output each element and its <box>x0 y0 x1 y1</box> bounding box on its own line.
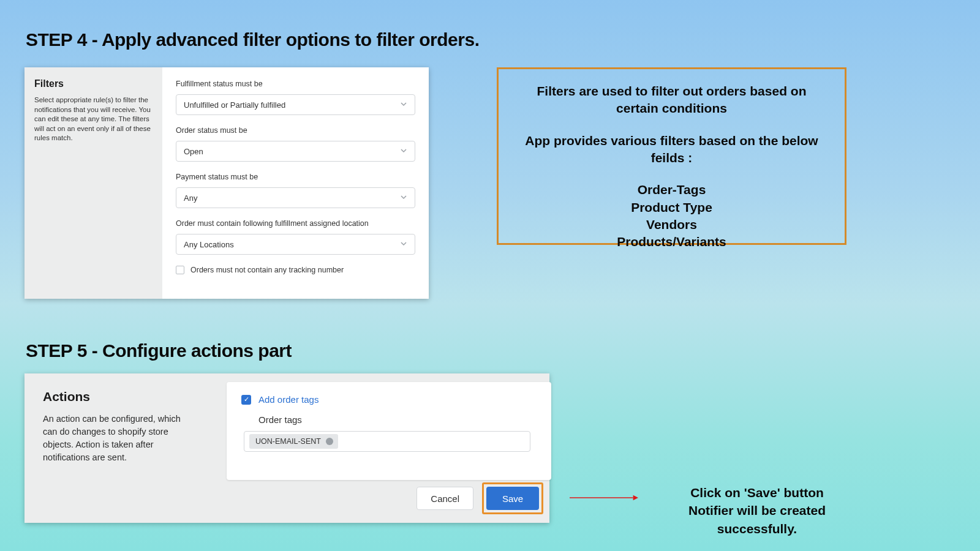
callout-field: Products/Variants <box>513 233 830 250</box>
arrow-icon <box>555 493 653 502</box>
order-status-value: Open <box>184 147 203 156</box>
callout-text: Filters are used to filter out orders ba… <box>513 83 830 100</box>
callout-field: Product Type <box>513 199 830 216</box>
payment-status-value: Any <box>184 193 197 203</box>
cancel-button[interactable]: Cancel <box>417 487 473 510</box>
tag-chip[interactable]: UON-EMAIL-SENT <box>249 434 338 449</box>
order-status-select[interactable]: Open <box>176 141 415 162</box>
callout-text: App provides various filters based on th… <box>513 132 830 167</box>
tag-chip-text: UON-EMAIL-SENT <box>255 437 321 446</box>
order-tags-label: Order tags <box>258 414 537 425</box>
chevron-down-icon <box>400 193 407 203</box>
fulfillment-status-value: Unfulfilled or Partially fulfilled <box>184 100 285 110</box>
callout-text: certain conditions <box>513 100 830 117</box>
location-select[interactable]: Any Locations <box>176 234 415 255</box>
order-status-label: Order status must be <box>176 126 415 135</box>
tracking-checkbox[interactable] <box>176 266 184 274</box>
tracking-checkbox-label: Orders must not contain any tracking num… <box>190 266 344 274</box>
actions-sidebar: Actions An action can be configured, whi… <box>43 389 196 464</box>
add-order-tags-label: Add order tags <box>258 394 318 405</box>
chevron-down-icon <box>400 147 407 156</box>
actions-description: An action can be configured, which can d… <box>43 413 196 464</box>
filters-panel: Filters Select appropriate rule(s) to fi… <box>24 67 429 299</box>
chevron-down-icon <box>400 100 407 110</box>
svg-marker-1 <box>633 495 638 500</box>
check-icon: ✓ <box>244 396 249 403</box>
fulfillment-status-label: Fulfillment status must be <box>176 80 415 88</box>
tracking-checkbox-row: Orders must not contain any tracking num… <box>176 266 415 274</box>
filters-description: Select appropriate rule(s) to filter the… <box>34 96 153 143</box>
payment-status-label: Payment status must be <box>176 173 415 181</box>
add-order-tags-row: ✓ Add order tags <box>241 394 537 405</box>
add-order-tags-checkbox[interactable]: ✓ <box>241 395 251 405</box>
location-value: Any Locations <box>184 240 234 249</box>
save-note: Click on 'Save' button Notifier will be … <box>653 484 861 538</box>
action-buttons: Cancel Save <box>417 482 543 514</box>
save-note-line: Click on 'Save' button <box>653 484 861 501</box>
step5-heading: STEP 5 - Configure actions part <box>26 340 292 361</box>
filters-title: Filters <box>34 78 153 89</box>
callout-field: Order-Tags <box>513 181 830 198</box>
remove-tag-icon[interactable] <box>326 438 333 445</box>
save-button-highlight: Save <box>482 482 543 514</box>
fulfillment-status-select[interactable]: Unfulfilled or Partially fulfilled <box>176 94 415 115</box>
step4-heading: STEP 4 - Apply advanced filter options t… <box>26 29 479 50</box>
filters-callout: Filters are used to filter out orders ba… <box>497 67 846 245</box>
location-label: Order must contain following fulfillment… <box>176 219 415 228</box>
chevron-down-icon <box>400 240 407 249</box>
save-note-line: Notifier will be created successfully. <box>653 501 861 538</box>
order-tags-input[interactable]: UON-EMAIL-SENT <box>244 431 530 452</box>
save-button[interactable]: Save <box>486 487 539 510</box>
callout-field: Vendors <box>513 216 830 233</box>
filters-form: Fulfillment status must be Unfulfilled o… <box>162 67 429 299</box>
payment-status-select[interactable]: Any <box>176 187 415 208</box>
actions-card: ✓ Add order tags Order tags UON-EMAIL-SE… <box>227 382 551 480</box>
actions-title: Actions <box>43 389 196 404</box>
actions-panel: Actions An action can be configured, whi… <box>24 373 549 523</box>
filters-sidebar: Filters Select appropriate rule(s) to fi… <box>24 67 162 299</box>
